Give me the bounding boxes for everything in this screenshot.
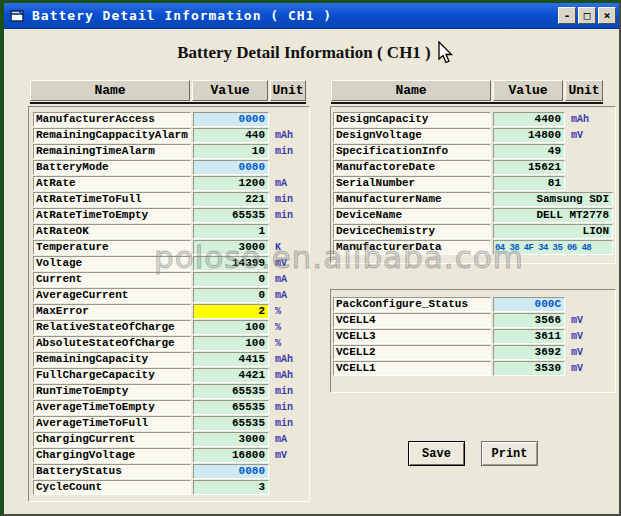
table-row: ManufactoreDate15621 — [333, 159, 615, 175]
field-value: 3000 — [193, 240, 269, 255]
field-value: 221 — [193, 192, 269, 207]
table-row: AverageTimeToFull65535min — [33, 415, 309, 431]
window-controls: - □ × — [558, 7, 616, 24]
table-row: VCELL23692mV — [333, 344, 615, 360]
field-value: 2 — [193, 304, 269, 319]
left-table: ManufacturerAccess0000RemainingCappacity… — [28, 106, 310, 502]
field-unit: mV — [275, 258, 287, 269]
field-value: 16800 — [193, 448, 269, 463]
right-table: DesignCapacity4400mAhDesignVoltage14800m… — [330, 106, 616, 264]
field-unit: mAh — [275, 354, 293, 365]
field-name: AtRateOK — [33, 224, 191, 239]
field-name: AtRateTimeToFull — [33, 192, 191, 207]
field-value: LION — [493, 224, 613, 239]
field-unit: mAh — [571, 114, 589, 125]
right-table-header: Name Value Unit — [331, 80, 603, 104]
field-name: ManufacturerName — [333, 192, 491, 207]
field-name: AbsoluteStateOfCharge — [33, 336, 191, 351]
table-row: RemainingCapacity4415mAh — [33, 351, 309, 367]
field-value: 49 — [493, 144, 565, 159]
field-name: BatteryStatus — [33, 464, 191, 479]
field-unit: % — [275, 306, 281, 317]
field-value: 100 — [193, 320, 269, 335]
field-unit: mA — [275, 434, 287, 445]
window-title: Battery Detail Information ( CH1 ) — [32, 8, 332, 23]
field-name: ManufactoreDate — [333, 160, 491, 175]
table-row: FullChargeCapacity4421mAh — [33, 367, 309, 383]
field-unit: min — [275, 386, 293, 397]
field-value: 81 — [493, 176, 565, 191]
table-row: RunTimeToEmpty65535min — [33, 383, 309, 399]
field-name: MaxError — [33, 304, 191, 319]
table-row: AtRateTimeToEmpty65535min — [33, 207, 309, 223]
field-name: DesignCapacity — [333, 112, 491, 127]
field-unit: mA — [275, 290, 287, 301]
field-value: 0080 — [193, 160, 269, 175]
table-row: BatteryMode0080 — [33, 159, 309, 175]
field-unit: min — [275, 146, 293, 157]
field-value: 14800 — [493, 128, 565, 143]
field-unit: mAh — [275, 370, 293, 381]
field-name: SerialNumber — [333, 176, 491, 191]
table-row: AtRate1200mA — [33, 175, 309, 191]
field-name: ManufacturerAccess — [33, 112, 191, 127]
field-name: ManufacturerData — [333, 240, 491, 255]
field-value: 65535 — [193, 400, 269, 415]
table-row: ChargingVoltage16800mV — [33, 447, 309, 463]
column-header-unit: Unit — [565, 80, 603, 101]
field-name: DeviceName — [333, 208, 491, 223]
table-row: SpecificationInfo49 — [333, 143, 615, 159]
field-value: 3611 — [493, 329, 565, 344]
mouse-cursor-icon — [437, 41, 454, 64]
field-value: 4421 — [193, 368, 269, 383]
field-unit: min — [275, 402, 293, 413]
minimize-button[interactable]: - — [558, 7, 576, 24]
field-unit: mV — [571, 331, 583, 342]
field-value: 1200 — [193, 176, 269, 191]
field-value: 65535 — [193, 208, 269, 223]
field-name: Temperature — [33, 240, 191, 255]
field-name: VCELL3 — [333, 329, 491, 344]
close-button[interactable]: × — [598, 7, 616, 24]
field-name: RemainingTimeAlarm — [33, 144, 191, 159]
maximize-button[interactable]: □ — [578, 7, 596, 24]
field-value: 4415 — [193, 352, 269, 367]
field-unit: % — [275, 338, 281, 349]
field-name: BatteryMode — [33, 160, 191, 175]
field-value: 000C — [493, 297, 565, 312]
page-title: Battery Detail Information ( CH1 ) — [4, 43, 604, 63]
save-button[interactable]: Save — [408, 441, 465, 466]
field-name: VCELL1 — [333, 361, 491, 376]
table-row: AtRateOK1 — [33, 223, 309, 239]
field-name: AtRate — [33, 176, 191, 191]
field-value: 10 — [193, 144, 269, 159]
field-name: VCELL4 — [333, 313, 491, 328]
column-header-name: Name — [30, 80, 190, 101]
field-name: AverageTimeToFull — [33, 416, 191, 431]
table-row: DesignVoltage14800mV — [333, 127, 615, 143]
left-table-header: Name Value Unit — [30, 80, 306, 104]
table-row: AbsoluteStateOfCharge100% — [33, 335, 309, 351]
column-header-unit: Unit — [270, 80, 306, 101]
field-value: 0080 — [193, 464, 269, 479]
table-row: DesignCapacity4400mAh — [333, 111, 615, 127]
field-unit: mV — [275, 450, 287, 461]
table-row: VCELL43566mV — [333, 312, 615, 328]
field-value: 100 — [193, 336, 269, 351]
field-value: 3530 — [493, 361, 565, 376]
field-unit: % — [275, 322, 281, 333]
print-button[interactable]: Print — [481, 441, 538, 466]
field-value: 15621 — [493, 160, 565, 175]
field-name: RunTimeToEmpty — [33, 384, 191, 399]
field-value: 440 — [193, 128, 269, 143]
field-name: AverageTimeToEmpty — [33, 400, 191, 415]
table-row: SerialNumber81 — [333, 175, 615, 191]
table-row: ManufacturerAccess0000 — [33, 111, 309, 127]
field-name: FullChargeCapacity — [33, 368, 191, 383]
field-value: 1 — [193, 224, 269, 239]
table-row: DeviceChemistryLION — [333, 223, 615, 239]
title-bar: Battery Detail Information ( CH1 ) - □ × — [4, 3, 619, 29]
table-row: AtRateTimeToFull221min — [33, 191, 309, 207]
field-unit: min — [275, 418, 293, 429]
field-unit: mA — [275, 274, 287, 285]
